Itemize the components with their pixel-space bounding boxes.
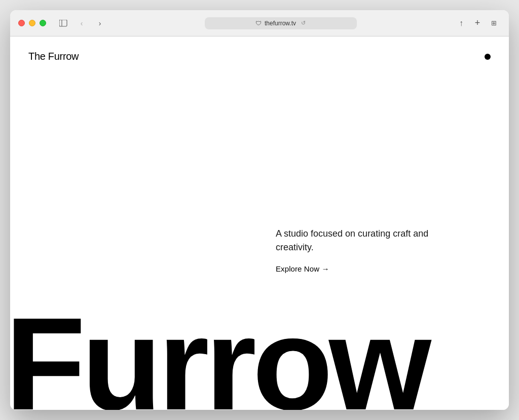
- sidebar-icon: [59, 20, 67, 27]
- svg-rect-0: [59, 20, 67, 26]
- menu-dot-button[interactable]: [485, 54, 491, 60]
- browser-right-controls: ↑ + ⊞: [454, 16, 501, 30]
- minimize-button[interactable]: [29, 20, 35, 26]
- share-button[interactable]: ↑: [454, 16, 468, 30]
- shield-icon: 🛡: [255, 20, 262, 27]
- browser-chrome: ‹ › 🛡 thefurrow.tv ↺ ↑ + ⊞: [10, 10, 509, 36]
- site-header: The Furrow: [10, 36, 509, 72]
- sidebar-toggle-button[interactable]: [56, 16, 70, 30]
- site-logo[interactable]: The Furrow: [28, 51, 79, 62]
- browser-window: ‹ › 🛡 thefurrow.tv ↺ ↑ + ⊞ The Furrow A …: [10, 10, 509, 410]
- giant-text-container: Furrow: [10, 308, 509, 410]
- explore-now-link[interactable]: Explore Now →: [276, 264, 329, 273]
- address-bar-container: 🛡 thefurrow.tv ↺: [113, 17, 448, 29]
- hero-tagline: A studio focused on curating craft and c…: [276, 227, 448, 254]
- forward-button[interactable]: ›: [93, 16, 107, 30]
- refresh-icon: ↺: [301, 20, 306, 26]
- grid-view-button[interactable]: ⊞: [487, 16, 501, 30]
- traffic-lights: [18, 20, 46, 26]
- maximize-button[interactable]: [40, 20, 46, 26]
- giant-text: Furrow: [10, 308, 509, 410]
- hero-section: A studio focused on curating craft and c…: [10, 72, 509, 410]
- browser-controls: ‹ ›: [56, 16, 107, 30]
- new-tab-button[interactable]: +: [470, 16, 485, 30]
- address-bar[interactable]: 🛡 thefurrow.tv ↺: [205, 17, 357, 29]
- close-button[interactable]: [18, 20, 25, 26]
- hero-content: A studio focused on curating craft and c…: [276, 227, 448, 274]
- back-button[interactable]: ‹: [75, 16, 89, 30]
- address-text: thefurrow.tv: [265, 20, 296, 27]
- webpage: The Furrow A studio focused on curating …: [10, 36, 509, 410]
